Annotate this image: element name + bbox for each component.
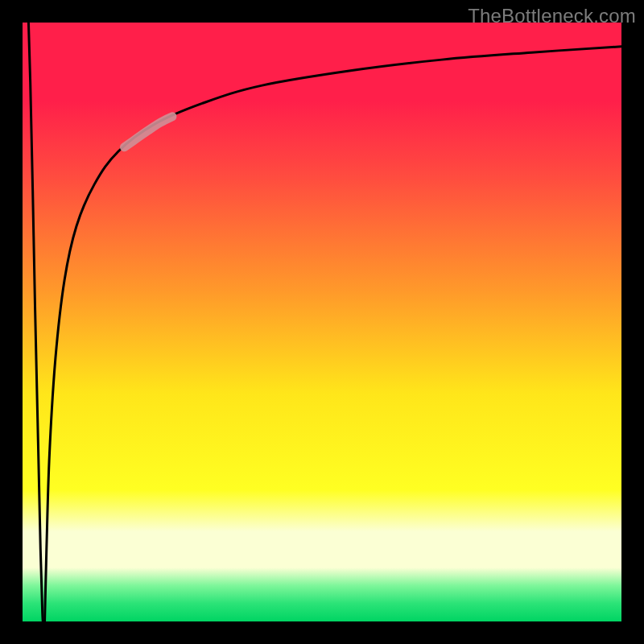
curve-highlight-segment xyxy=(124,117,172,147)
curve-right-branch xyxy=(45,47,621,621)
chart-container: TheBottleneck.com xyxy=(0,0,644,644)
watermark-text: TheBottleneck.com xyxy=(468,5,636,27)
curve-svg xyxy=(23,23,621,621)
curve-left-branch xyxy=(28,23,43,621)
plot-area xyxy=(23,23,621,621)
